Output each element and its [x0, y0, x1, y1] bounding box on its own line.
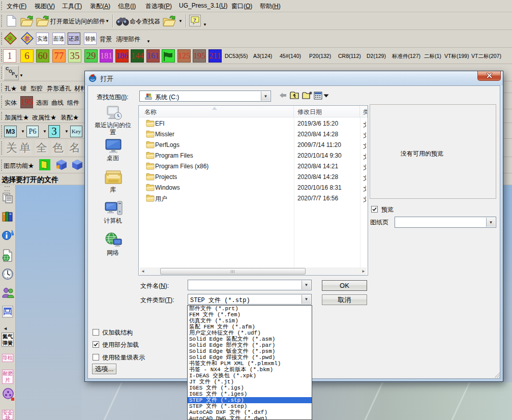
svg-text:?: ? — [193, 17, 196, 23]
svg-text:夹: 夹 — [8, 35, 14, 42]
svg-text:参: 参 — [24, 35, 31, 42]
